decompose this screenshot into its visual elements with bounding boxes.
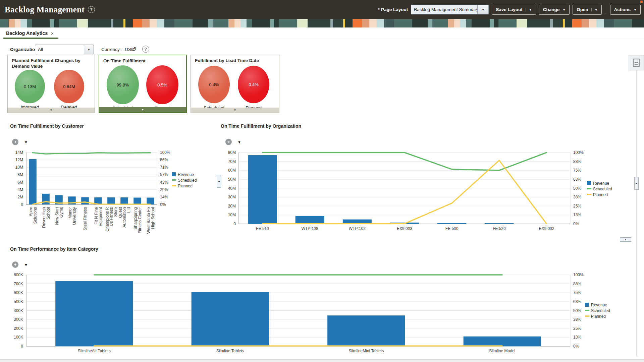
svg-text:700K: 700K xyxy=(14,282,23,286)
svg-text:38%: 38% xyxy=(573,195,581,199)
currency-text: Currency = USD xyxy=(101,47,135,52)
kpi-circle-improved: 0.13M xyxy=(15,70,45,103)
svg-text:38%: 38% xyxy=(573,317,581,322)
tab-close-icon[interactable]: × xyxy=(51,31,54,36)
svg-text:Steel Fitness: Steel Fitness xyxy=(83,207,88,230)
header-divider xyxy=(606,5,606,14)
svg-text:WTP:108: WTP:108 xyxy=(302,226,318,231)
organization-value: All xyxy=(35,47,84,52)
drill-arrow-icon[interactable] xyxy=(12,261,18,268)
page-layout-label: *Page Layout xyxy=(378,7,408,12)
svg-text:0%: 0% xyxy=(573,222,579,226)
svg-text:FE:510: FE:510 xyxy=(256,226,269,231)
svg-text:Store: Store xyxy=(113,207,118,217)
open-button[interactable]: Open ▼ xyxy=(573,5,601,15)
svg-text:Slimline Tablets: Slimline Tablets xyxy=(216,349,244,353)
svg-text:FE:500: FE:500 xyxy=(445,226,459,231)
kpi-circle-planned: 0.5% xyxy=(146,65,178,104)
svg-text:10M: 10M xyxy=(228,213,236,217)
svg-text:Gyms: Gyms xyxy=(59,207,64,218)
page-layout-dropdown-button[interactable]: ▼ xyxy=(477,5,488,14)
change-button[interactable]: Change ▼ xyxy=(539,5,570,15)
open-caret-icon[interactable]: ▼ xyxy=(591,8,598,11)
tab-backlog-analytics[interactable]: Backlog Analytics × xyxy=(5,27,55,39)
svg-text:0%: 0% xyxy=(573,344,579,349)
page-layout-select[interactable]: Backlog Management Summary ▼ xyxy=(411,5,489,14)
organization-select[interactable]: All ▼ xyxy=(35,45,94,54)
chart-tools-organization: ▼ xyxy=(225,139,241,145)
bottom-splitter-handle[interactable]: ▴ xyxy=(620,237,631,242)
svg-text:Scheduled: Scheduled xyxy=(178,178,197,183)
side-panel-tab[interactable] xyxy=(629,55,644,70)
actions-caret-icon: ▼ xyxy=(634,8,637,11)
decorative-banner xyxy=(0,19,644,27)
kpi-circle-delayed: 0.64M xyxy=(54,70,84,103)
svg-text:Ltd: Ltd xyxy=(126,207,131,213)
svg-text:Slimline Model: Slimline Model xyxy=(489,349,515,353)
chart-organization[interactable]: 80M70M60M50M40M30M20M10M0100%88%75%63%50… xyxy=(221,147,623,244)
kpi-circle-scheduled: 99.8% xyxy=(107,65,139,104)
svg-text:0: 0 xyxy=(21,344,23,349)
svg-text:FE:520: FE:520 xyxy=(493,226,506,231)
kpi-circle-planned: 0.4% xyxy=(238,66,269,103)
svg-text:63%: 63% xyxy=(573,177,581,182)
active-tab-underline xyxy=(3,38,58,39)
kpi-card-expander[interactable]: ▼ xyxy=(191,108,279,113)
chart-title-customer: On Time Fulfillment by Customer xyxy=(10,123,84,129)
svg-text:4M: 4M xyxy=(17,187,23,192)
svg-text:20M: 20M xyxy=(228,204,236,208)
save-layout-caret-icon[interactable]: ▼ xyxy=(526,8,532,11)
svg-text:88%: 88% xyxy=(573,282,581,286)
chart-customer[interactable]: 14M12M10M8M6M4M2M0100%86%71%57%43%29%14%… xyxy=(7,147,209,244)
chart-splitter-left-handle[interactable]: ◂ xyxy=(217,175,221,188)
svg-text:Revenue: Revenue xyxy=(178,172,194,177)
drill-arrow-icon[interactable] xyxy=(12,139,18,145)
chart-item-category[interactable]: 800K700K600K500K400K300K200K100K0100%88%… xyxy=(7,269,631,362)
svg-text:50%: 50% xyxy=(573,308,581,313)
svg-text:Equipment: Equipment xyxy=(98,207,103,226)
svg-text:Revenue: Revenue xyxy=(593,181,609,186)
svg-text:0%: 0% xyxy=(160,202,166,207)
organization-label: Organization xyxy=(10,47,38,52)
svg-text:8M: 8M xyxy=(17,172,23,177)
kpi-card-fulfillment-by-lead-time[interactable]: Fulfillment by Lead Time Date 0.4% 0.4% … xyxy=(191,55,279,113)
app-header: Backlog Management ? *Page Layout Backlo… xyxy=(0,0,644,19)
kpi-card-title: Planned Fulfillment Changes by Demand Va… xyxy=(12,58,91,69)
svg-text:0: 0 xyxy=(21,202,23,207)
svg-text:High School: High School xyxy=(151,207,155,229)
svg-text:88%: 88% xyxy=(573,159,581,164)
svg-text:10M: 10M xyxy=(15,165,23,170)
kpi-card-expander[interactable]: ▼ xyxy=(99,107,186,112)
kpi-card-title: On Time Fulfillment xyxy=(103,58,182,64)
panel-splitter-right-handle[interactable]: ▸ xyxy=(634,177,639,190)
svg-text:70M: 70M xyxy=(228,159,236,164)
svg-text:SlimlineAir Tablets: SlimlineAir Tablets xyxy=(78,349,111,353)
help-icon[interactable]: ? xyxy=(88,6,95,13)
kpi-card-planned-fulfillment-changes[interactable]: Planned Fulfillment Changes by Demand Va… xyxy=(7,55,95,113)
refresh-icon[interactable]: ↺ xyxy=(131,46,137,52)
svg-text:40M: 40M xyxy=(228,186,236,191)
svg-text:86%: 86% xyxy=(160,158,168,162)
drill-arrow-icon[interactable] xyxy=(225,139,232,145)
actions-button[interactable]: Actions ▼ xyxy=(610,5,641,15)
chart-menu-caret-icon[interactable]: ▼ xyxy=(24,140,28,144)
organization-dropdown-button[interactable]: ▼ xyxy=(84,45,94,54)
svg-text:EX9:003: EX9:003 xyxy=(397,226,412,231)
page-title: Backlog Management xyxy=(5,5,85,14)
svg-text:100%: 100% xyxy=(573,150,584,155)
svg-text:100%: 100% xyxy=(573,273,584,277)
filters-help-icon[interactable]: ? xyxy=(142,46,149,53)
svg-text:75%: 75% xyxy=(573,168,581,173)
kpi-card-on-time-fulfillment[interactable]: On Time Fulfillment 99.8% 0.5% Scheduled… xyxy=(99,55,187,113)
svg-text:12M: 12M xyxy=(15,158,23,162)
svg-text:400K: 400K xyxy=(14,308,23,313)
svg-text:WTP:102: WTP:102 xyxy=(349,226,366,231)
svg-text:300K: 300K xyxy=(14,317,23,322)
svg-text:School: School xyxy=(46,207,51,220)
kpi-card-expander[interactable]: ▼ xyxy=(8,108,95,113)
chart-menu-caret-icon[interactable]: ▼ xyxy=(24,263,28,267)
kpi-card-title: Fulfillment by Lead Time Date xyxy=(195,58,275,64)
chart-menu-caret-icon[interactable]: ▼ xyxy=(237,140,241,144)
svg-text:14%: 14% xyxy=(160,195,168,199)
save-layout-button[interactable]: Save Layout ▼ xyxy=(492,5,536,15)
